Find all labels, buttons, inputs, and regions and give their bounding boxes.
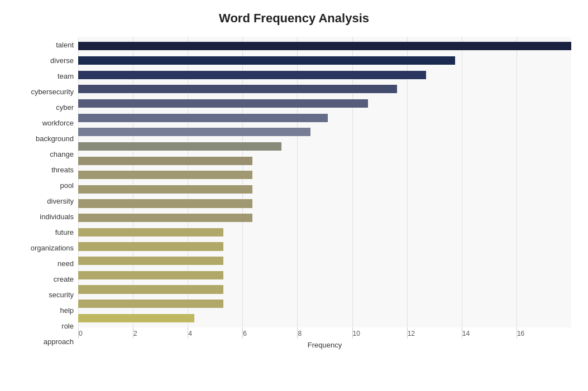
x-tick: 16 [517, 327, 571, 339]
bar [78, 285, 223, 293]
x-axis: 0246810121416 Frequency [78, 327, 571, 350]
bar-row [78, 110, 571, 125]
bar [78, 271, 223, 279]
bars-inner [78, 37, 571, 327]
bar-row [78, 282, 571, 297]
bar [78, 85, 397, 93]
bars-and-xaxis: 0246810121416 Frequency [78, 37, 571, 350]
y-axis: talentdiverseteamcybersecuritycyberworkf… [17, 37, 78, 350]
y-label: cybersecurity [31, 84, 74, 99]
y-label: individuals [40, 209, 74, 225]
bar [78, 228, 223, 236]
bar [78, 314, 194, 322]
x-tick: 12 [407, 327, 462, 339]
bar [78, 42, 571, 50]
bar [78, 171, 252, 179]
bar-row [78, 125, 571, 139]
bar-row [78, 82, 571, 96]
x-tick: 6 [242, 327, 297, 339]
bar [78, 199, 252, 207]
bar [78, 114, 328, 122]
y-label: team [58, 68, 74, 84]
bar-row [78, 268, 571, 283]
x-tick: 0 [78, 327, 133, 339]
y-label: change [50, 146, 74, 162]
x-tick: 4 [188, 327, 242, 339]
bar [78, 142, 281, 151]
bar-row [78, 311, 571, 325]
x-tick: 2 [133, 327, 188, 339]
y-label: diversity [47, 193, 74, 209]
bar [78, 99, 368, 108]
bar [78, 300, 223, 308]
bar-row [78, 297, 571, 311]
bar-row [78, 39, 571, 54]
bar-row [78, 96, 571, 111]
chart-container: Word Frequency Analysis talentdiversetea… [0, 0, 588, 391]
y-label: cyber [56, 99, 74, 115]
bars-section [78, 37, 571, 327]
bar [78, 56, 455, 65]
bar [78, 157, 252, 165]
bar [78, 242, 223, 250]
bar-row [78, 239, 571, 254]
bar [78, 257, 223, 265]
y-label: talent [56, 37, 74, 52]
y-label: approach [44, 334, 74, 350]
x-tick: 14 [462, 327, 517, 339]
bar [78, 128, 310, 136]
bar-row [78, 196, 571, 211]
bar [78, 185, 252, 194]
bar [78, 214, 252, 222]
y-label: diverse [50, 52, 74, 68]
y-label: role [61, 318, 74, 334]
bar-row [78, 67, 571, 82]
x-axis-label: Frequency [78, 341, 571, 349]
y-label: workforce [42, 115, 74, 131]
bar-row [78, 139, 571, 154]
chart-title: Word Frequency Analysis [17, 11, 571, 26]
bar-row [78, 54, 571, 68]
bar-row [78, 153, 571, 168]
y-label: help [60, 303, 74, 318]
bar-row [78, 168, 571, 182]
y-label: pool [60, 177, 74, 193]
y-label: organizations [31, 240, 74, 256]
x-ticks: 0246810121416 [78, 327, 571, 339]
bar-row [78, 211, 571, 225]
bar-row [78, 254, 571, 268]
bar [78, 71, 426, 79]
y-label: need [58, 256, 74, 272]
bar-row [78, 225, 571, 240]
y-label: create [54, 272, 74, 287]
y-label: threats [51, 162, 74, 177]
y-label: future [55, 225, 74, 240]
chart-area: talentdiverseteamcybersecuritycyberworkf… [17, 37, 571, 350]
x-tick: 8 [297, 327, 352, 339]
bar-row [78, 182, 571, 197]
x-tick: 10 [352, 327, 407, 339]
y-label: security [49, 287, 74, 303]
y-label: background [36, 131, 74, 146]
